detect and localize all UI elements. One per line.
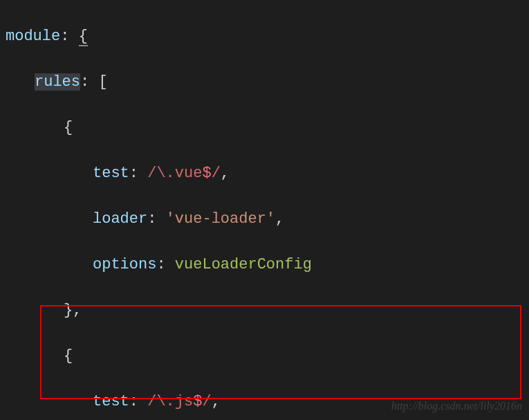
code-line: module: { <box>6 25 529 48</box>
key-loader: loader <box>93 210 147 228</box>
regex: / <box>147 393 156 410</box>
identifier: vueLoaderConfig <box>175 256 312 273</box>
punct: : <box>60 28 78 45</box>
code-editor[interactable]: module: { rules: [ { test: /\.vue$/, loa… <box>0 2 529 420</box>
key-test: test <box>93 165 129 182</box>
code-line: { <box>6 116 529 139</box>
code-line: options: vueLoaderConfig <box>6 253 529 276</box>
brace: { <box>64 119 73 136</box>
code-line: rules: [ <box>6 71 529 93</box>
string: 'vue-loader' <box>166 210 275 228</box>
key-rules: rules <box>35 73 80 91</box>
key-module: module <box>6 28 60 45</box>
regex: / <box>147 165 156 182</box>
watermark: http://blog.csdn.net/lily2016n <box>391 398 522 414</box>
brace: { <box>79 28 88 46</box>
brace: { <box>64 347 73 365</box>
code-line: test: /\.vue$/, <box>6 162 529 185</box>
key-test: test <box>93 393 129 410</box>
key-options: options <box>93 256 156 273</box>
brace: }, <box>64 302 82 319</box>
code-line: }, <box>6 299 529 322</box>
code-line: { <box>6 345 529 367</box>
code-line: loader: 'vue-loader', <box>6 208 529 230</box>
punct: : [ <box>80 73 108 91</box>
